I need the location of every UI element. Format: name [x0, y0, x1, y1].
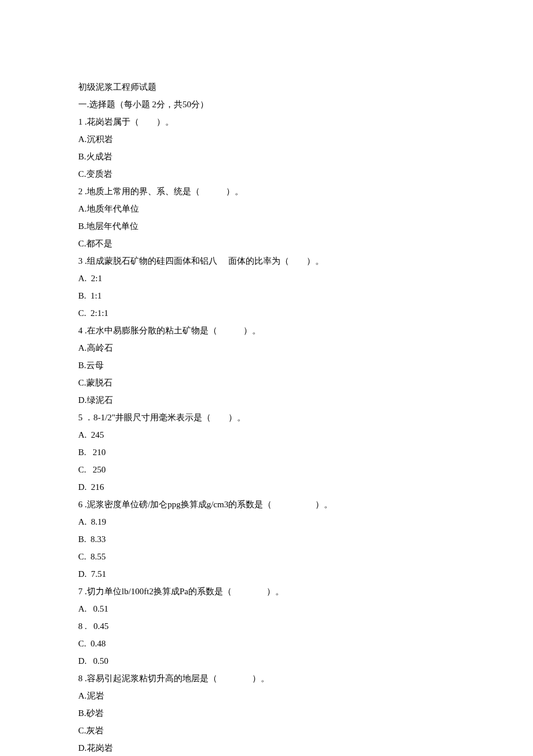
question-option: C. 2:1:1	[78, 304, 455, 322]
question-option: C.蒙脱石	[78, 374, 455, 391]
question-option: D.绿泥石	[78, 391, 455, 409]
question-prompt: 7 .切力单位lb/100ft2换算成Pa的系数是（ ）。	[78, 583, 455, 600]
question-option: D. 7.51	[78, 565, 455, 583]
question-option: B.地层年代单位	[78, 217, 455, 235]
question-prompt: 1 .花岗岩属于（ ）。	[78, 113, 455, 130]
section-header: 一.选择题（每小题 2分，共50分）	[78, 96, 455, 113]
question-prompt: 5 ．8-1/2"井眼尺寸用毫米表示是（ ）。	[78, 409, 455, 426]
question-option: 8 . 0.45	[78, 617, 455, 635]
document-title: 初级泥浆工程师试题	[78, 78, 455, 96]
question-option: C.变质岩	[78, 165, 455, 183]
question-option: D. 0.50	[78, 652, 455, 670]
question-option: A. 245	[78, 426, 455, 444]
question-prompt: 2 .地质上常用的界、系、统是（ ）。	[78, 183, 455, 200]
question-option: A. 2:1	[78, 270, 455, 287]
question-prompt: 3 .组成蒙脱石矿物的硅四面体和铝八 面体的比率为（ ）。	[78, 252, 455, 270]
question-option: D. 216	[78, 478, 455, 496]
question-option: A.泥岩	[78, 687, 455, 704]
question-option: A.沉积岩	[78, 130, 455, 148]
question-prompt: 4 .在水中易膨胀分散的粘土矿物是（ ）。	[78, 322, 455, 339]
question-option: A.高岭石	[78, 339, 455, 357]
question-option: A. 0.51	[78, 600, 455, 617]
question-option: C. 8.55	[78, 548, 455, 565]
question-option: B. 8.33	[78, 530, 455, 548]
question-option: D.花岗岩	[78, 739, 455, 756]
question-prompt: 6 .泥浆密度单位磅/加仑ppg换算成g/cm3的系数是（ ）。	[78, 496, 455, 513]
question-option: C.都不是	[78, 235, 455, 252]
question-option: A.地质年代单位	[78, 200, 455, 217]
question-option: B.砂岩	[78, 704, 455, 722]
question-option: A. 8.19	[78, 513, 455, 530]
question-option: B. 210	[78, 444, 455, 461]
question-option: C. 0.48	[78, 635, 455, 652]
question-prompt: 8 .容易引起泥浆粘切升高的地层是（ ）。	[78, 670, 455, 687]
question-option: B.火成岩	[78, 148, 455, 165]
question-option: C. 250	[78, 461, 455, 478]
question-option: B. 1:1	[78, 287, 455, 304]
question-option: C.灰岩	[78, 722, 455, 739]
question-option: B.云母	[78, 357, 455, 374]
